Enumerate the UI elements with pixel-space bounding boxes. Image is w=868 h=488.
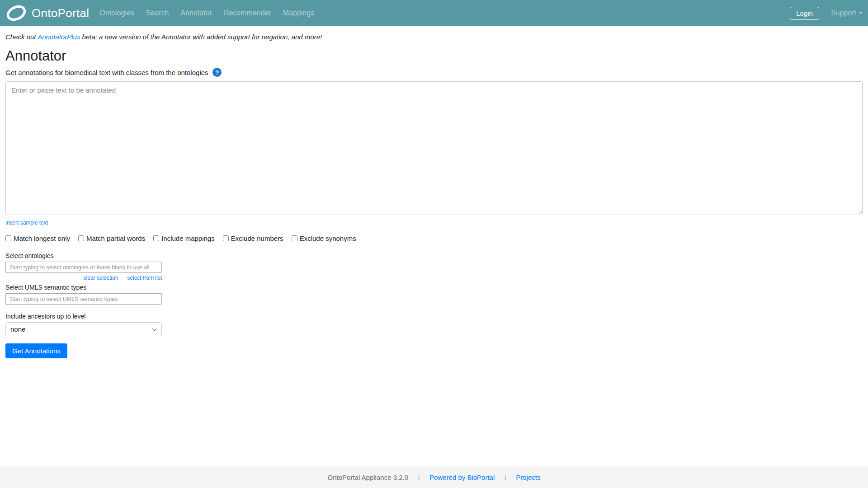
nav-links: Ontologies Search Annotator Recommender … [94,9,320,17]
match-partial-words-checkbox[interactable] [78,235,84,241]
clear-selection-link[interactable]: clear selection [84,275,118,281]
annotatorplus-link[interactable]: AnnotatorPlus [38,33,80,41]
dots-separator-icon: ⋮ [416,474,422,481]
ontologies-input[interactable] [5,262,162,273]
footer: OntoPortal Appliance 3.2.0 ⋮ Powered by … [0,466,868,488]
match-longest-only-checkbox[interactable] [5,235,11,241]
navbar: OntoPortal Ontologies Search Annotator R… [0,0,868,26]
ancestors-level-label: Include ancestors up to level [5,313,863,320]
ancestors-group: Include ancestors up to level none [5,313,863,336]
nav-item-mappings[interactable]: Mappings [277,9,320,17]
include-mappings-checkbox[interactable] [153,235,159,241]
checkbox-exclude-numbers[interactable]: Exclude numbers [223,235,283,242]
select-umls-label: Select UMLS semantic types [5,284,863,291]
nav-item-ontologies[interactable]: Ontologies [94,9,140,17]
checkbox-label: Exclude synonyms [300,235,356,242]
support-label: Support [831,9,856,17]
powered-by-bioportal-link[interactable]: Powered by BioPortal [429,474,495,481]
brand-name: OntoPortal [32,6,89,20]
select-from-list-link[interactable]: select from list [127,275,162,281]
checkbox-include-mappings[interactable]: Include mappings [153,235,215,242]
ancestors-level-select[interactable]: none [5,322,162,336]
announcement-banner: Check out AnnotatorPlus beta; a new vers… [5,33,863,41]
checkbox-label: Match longest only [14,235,70,242]
nav-item-annotator[interactable]: Annotator [175,9,218,17]
support-dropdown[interactable]: Support [831,9,863,17]
question-circle-icon[interactable]: ? [212,68,222,77]
exclude-numbers-checkbox[interactable] [223,235,229,241]
checkbox-label: Exclude numbers [231,235,283,242]
umls-semantic-types-input[interactable] [5,293,162,305]
select-ontologies-label: Select ontologies [5,252,863,259]
select-umls-group: Select UMLS semantic types [5,284,863,305]
page-subtitle-row: Get annotations for biomedical text with… [5,68,863,77]
svg-text:?: ? [215,69,218,76]
appliance-version-text: OntoPortal Appliance 3.2.0 [328,474,408,481]
ontologies-links-row: clear selection select from list [5,275,162,281]
annotation-text-input[interactable] [5,81,863,215]
login-button[interactable]: Login [790,7,819,20]
nav-item-search[interactable]: Search [140,9,175,17]
get-annotations-button[interactable]: Get Annotations [5,343,67,358]
nav-item-recommender[interactable]: Recommender [218,9,277,17]
checkbox-match-partial-words[interactable]: Match partial words [78,235,145,242]
insert-sample-text-link[interactable]: insert sample text [5,220,48,226]
projects-link[interactable]: Projects [516,474,540,481]
checkbox-label: Match partial words [86,235,145,242]
page-subtitle: Get annotations for biomedical text with… [5,69,208,76]
checkbox-label: Include mappings [161,235,215,242]
brand[interactable]: OntoPortal [5,4,89,22]
options-checkbox-row: Match longest only Match partial words I… [5,235,863,242]
dots-separator-icon: ⋮ [502,474,508,481]
checkbox-exclude-synonyms[interactable]: Exclude synonyms [292,235,356,242]
page-title: Annotator [5,48,863,64]
ontoportal-logo-icon [5,4,27,22]
announcement-text: Check out [5,33,38,41]
ancestors-select-wrap: none [5,322,162,336]
checkbox-match-longest-only[interactable]: Match longest only [5,235,70,242]
announcement-text: beta; a new version of the Annotator wit… [80,33,322,41]
navbar-right: Login Support [790,7,863,20]
main-content: Check out AnnotatorPlus beta; a new vers… [0,26,868,466]
exclude-synonyms-checkbox[interactable] [292,235,297,241]
caret-down-icon [859,12,863,14]
select-ontologies-group: Select ontologies clear selection select… [5,252,863,281]
